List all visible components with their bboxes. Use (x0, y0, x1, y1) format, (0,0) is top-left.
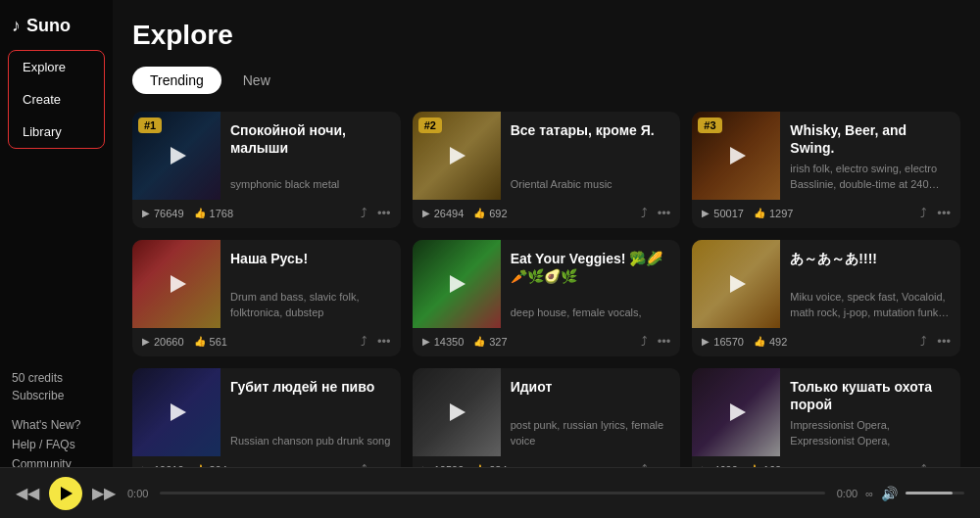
whats-new-link[interactable]: What's New? (12, 418, 101, 432)
play-overlay (413, 368, 501, 456)
song-thumbnail: #1 (132, 112, 220, 200)
credits-label: 50 credits (12, 371, 101, 385)
help-faqs-link[interactable]: Help / FAQs (12, 438, 101, 451)
card-top: #3 Whisky, Beer, and Swing. irish folk, … (692, 112, 960, 200)
play-count-value: 26494 (434, 208, 465, 219)
more-icon[interactable]: ••• (937, 206, 951, 220)
song-genre: symphonic black metal (230, 177, 391, 192)
tab-new[interactable]: New (225, 67, 288, 94)
card-top: Губит людей не пиво Russian chanson pub … (132, 368, 401, 456)
tab-trending[interactable]: Trending (132, 67, 221, 94)
play-icon (61, 487, 73, 500)
card-info: Только кушать охота порой Impressionist … (780, 368, 960, 456)
card-info: Наша Русь! Drum and bass, slavic folk, f… (220, 240, 401, 328)
sidebar: ♪ Suno Explore Create Library 50 credits… (0, 0, 113, 518)
card-stats: ▶ 76649 👍 1768 ⤴ ••• (132, 200, 401, 228)
share-icon[interactable]: ⤴ (641, 206, 648, 220)
like-count: 👍 492 (754, 336, 787, 348)
card-actions: ⤴ ••• (361, 206, 391, 220)
like-stat-icon: 👍 (754, 336, 765, 347)
main-content: Explore Trending New #1 Спокойной ночи, … (113, 0, 980, 518)
play-stat-icon: ▶ (142, 336, 150, 347)
song-thumbnail (132, 368, 220, 456)
share-icon[interactable]: ⤴ (361, 334, 368, 349)
more-icon[interactable]: ••• (658, 206, 671, 220)
player-play-button[interactable] (49, 477, 82, 510)
song-card[interactable]: #1 Спокойной ночи, малыши symphonic blac… (132, 112, 401, 228)
play-count: ▶ 16570 (702, 336, 744, 348)
share-icon[interactable]: ⤴ (920, 334, 927, 349)
song-card[interactable]: Eat Your Veggies! 🥦🌽🥕🌿🥑🌿 deep house, fem… (413, 240, 681, 356)
card-top: #1 Спокойной ночи, малыши symphonic blac… (132, 112, 401, 200)
card-actions: ⤴ ••• (641, 206, 671, 220)
song-thumbnail: #2 (413, 112, 501, 200)
like-stat-icon: 👍 (473, 336, 485, 347)
play-count-value: 14350 (434, 336, 465, 348)
songs-grid: #1 Спокойной ночи, малыши symphonic blac… (132, 112, 960, 518)
song-card[interactable]: あ～あ～あ!!!! Miku voice, speck fast, Vocalo… (692, 240, 960, 356)
card-actions: ⤴ ••• (361, 334, 391, 349)
player-prev-button[interactable]: ◀◀ (16, 484, 39, 502)
sidebar-item-explore[interactable]: Explore (9, 51, 104, 83)
song-genre: Russian chanson pub drunk song (230, 434, 391, 448)
song-genre: post punk, russian lyrics, female voice (511, 418, 671, 448)
card-actions: ⤴ ••• (920, 206, 951, 220)
card-stats: ▶ 26494 👍 692 ⤴ ••• (413, 200, 681, 228)
more-icon[interactable]: ••• (658, 334, 671, 349)
play-overlay (692, 368, 780, 456)
player-loop-icon[interactable]: ∞ (865, 488, 873, 499)
play-icon (171, 403, 186, 421)
player-volume-icon[interactable]: 🔊 (881, 486, 898, 501)
like-count: 👍 561 (194, 336, 227, 348)
play-count: ▶ 76649 (142, 208, 184, 219)
card-top: #2 Все татары, кроме Я. Oriental Arabic … (413, 112, 681, 200)
player-volume-fill (906, 492, 953, 494)
song-genre: Miku voice, speck fast, Vocaloid, math r… (790, 290, 951, 320)
share-icon[interactable]: ⤴ (920, 206, 927, 220)
song-card[interactable]: Наша Русь! Drum and bass, slavic folk, f… (132, 240, 401, 356)
suno-logo-icon: ♪ (12, 16, 21, 36)
card-top: Идиот post punk, russian lyrics, female … (413, 368, 681, 456)
song-thumbnail (692, 240, 780, 328)
like-count: 👍 327 (473, 336, 507, 348)
card-info: Губит людей не пиво Russian chanson pub … (220, 368, 401, 456)
play-icon (450, 403, 466, 421)
play-icon (730, 403, 746, 421)
player-next-button[interactable]: ▶▶ (92, 484, 116, 502)
play-count-value: 50017 (713, 208, 744, 219)
player-time-end: 0:00 (837, 488, 858, 499)
card-actions: ⤴ ••• (920, 334, 951, 349)
player-time-current: 0:00 (127, 488, 148, 499)
song-card[interactable]: #3 Whisky, Beer, and Swing. irish folk, … (692, 112, 960, 228)
song-genre: Drum and bass, slavic folk, folktronica,… (230, 290, 391, 320)
share-icon[interactable]: ⤴ (361, 206, 368, 220)
play-overlay (692, 240, 780, 328)
song-title: Все татары, кроме Я. (511, 121, 671, 139)
play-icon (450, 147, 466, 165)
song-title: あ～あ～あ!!!! (790, 250, 951, 267)
like-stat-icon: 👍 (754, 208, 765, 218)
player-progress-bar[interactable] (160, 492, 824, 494)
sidebar-item-create[interactable]: Create (9, 83, 104, 116)
more-icon[interactable]: ••• (377, 334, 391, 349)
play-overlay (132, 240, 220, 328)
subscribe-link[interactable]: Subscribe (12, 389, 101, 402)
more-icon[interactable]: ••• (377, 206, 391, 220)
card-top: Eat Your Veggies! 🥦🌽🥕🌿🥑🌿 deep house, fem… (413, 240, 681, 328)
player-volume-bar[interactable] (906, 492, 964, 494)
song-card[interactable]: #2 Все татары, кроме Я. Oriental Arabic … (413, 112, 681, 228)
like-stat-icon: 👍 (194, 336, 206, 347)
like-count-value: 692 (489, 208, 507, 219)
song-genre: deep house, female vocals, (511, 306, 671, 320)
card-stats: ▶ 14350 👍 327 ⤴ ••• (413, 328, 681, 356)
share-icon[interactable]: ⤴ (641, 334, 648, 349)
play-icon (171, 275, 186, 293)
card-info: Eat Your Veggies! 🥦🌽🥕🌿🥑🌿 deep house, fem… (501, 240, 681, 328)
like-count-value: 561 (210, 336, 227, 348)
play-count: ▶ 14350 (422, 336, 465, 348)
play-stat-icon: ▶ (702, 336, 710, 347)
song-title: Whisky, Beer, and Swing. (790, 121, 951, 157)
sidebar-item-library[interactable]: Library (9, 116, 104, 148)
more-icon[interactable]: ••• (937, 334, 951, 349)
card-info: Все татары, кроме Я. Oriental Arabic mus… (501, 112, 681, 200)
